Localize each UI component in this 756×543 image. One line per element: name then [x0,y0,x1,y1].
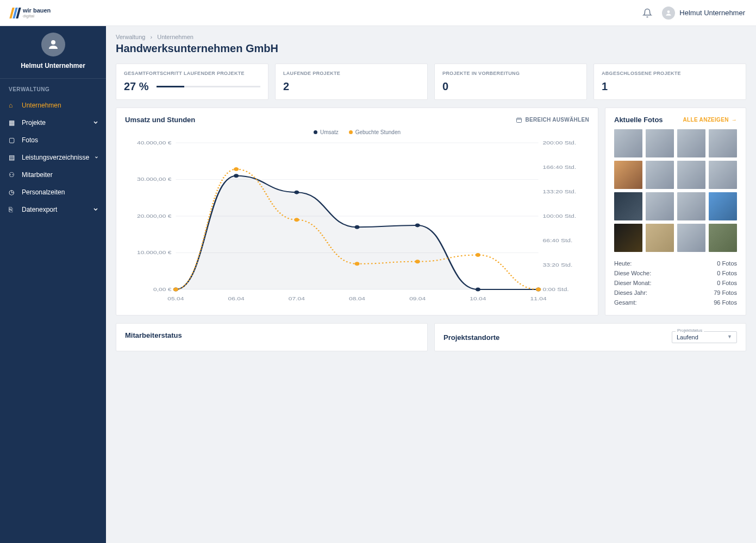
logo-stripes-icon [9,8,21,18]
show-all-photos-button[interactable]: ALLE ANZEIGEN → [683,117,737,123]
stat-row: Dieses Jahr:79 Fotos [614,288,737,298]
photos-grid [614,129,737,252]
svg-point-0 [667,10,670,13]
sidebar-item-projekte[interactable]: ▦Projekte [0,114,106,131]
standorte-panel: Projektstandorte Projektstatus Laufend ▼ [434,323,746,351]
photo-thumb[interactable] [677,224,705,252]
chevron-right-icon: › [151,34,153,40]
photo-thumb[interactable] [614,161,642,189]
stat-row: Diese Woche:0 Fotos [614,268,737,278]
svg-text:200:00 Std.: 200:00 Std. [543,140,576,146]
svg-text:06.04: 06.04 [228,296,245,301]
nav-list: ⌂Unternehmen▦Projekte▢Fotos▤Leistungsver… [0,97,106,218]
standorte-title: Projektstandorte [443,333,499,342]
kpi-value: 1 [602,80,738,93]
progress-bar [157,86,260,87]
svg-text:07.04: 07.04 [289,296,305,301]
mitarbeiter-panel: Mitarbeiterstatus [116,323,428,351]
sidebar-item-personalzeiten[interactable]: ◷Personalzeiten [0,184,106,201]
photos-panel: Aktuelle Fotos ALLE ANZEIGEN → Heute:0 F… [605,108,746,315]
photo-thumb[interactable] [614,192,642,220]
sidebar-section-label: VERWALTUNG [0,79,106,97]
svg-point-38 [415,260,420,263]
logo[interactable]: wir bauen digital [11,8,51,18]
svg-text:30.000,00 €: 30.000,00 € [137,176,172,182]
user-menu[interactable]: Helmut Unternehmer [662,7,745,20]
date-range-button[interactable]: BEREICH AUSWÄHLEN [516,117,589,123]
svg-text:09.04: 09.04 [409,296,426,301]
chevron-down-icon [95,155,98,160]
kpi-value: 2 [283,80,420,93]
avatar-icon [41,33,65,56]
stat-row: Heute:0 Fotos [614,258,737,268]
svg-point-35 [234,167,239,171]
photos-title: Aktuelle Fotos [614,116,663,124]
nav-icon: ⚇ [9,171,16,179]
chart-legend: Umsatz Gebuchte Stunden [125,129,589,135]
photo-thumb[interactable] [614,224,642,252]
sidebar-item-fotos[interactable]: ▢Fotos [0,131,106,149]
calendar-icon [516,117,522,123]
sidebar-item-leistungsverzeichnisse[interactable]: ▤Leistungsverzeichnisse [0,149,106,166]
svg-text:05.04: 05.04 [167,296,184,301]
kpi-card: LAUFENDE PROJEKTE2 [275,64,428,100]
brand-name: wir bauen [23,8,51,14]
mitarbeiter-title: Mitarbeiterstatus [125,331,418,339]
svg-text:166:40 Std.: 166:40 Std. [543,165,576,170]
projektstatus-select[interactable]: Projektstatus Laufend ▼ [672,331,737,343]
page-title: Handwerksunternehmen GmbH [116,42,746,55]
svg-point-34 [173,288,178,292]
bell-icon[interactable] [642,8,652,18]
kpi-label: LAUFENDE PROJEKTE [283,71,420,76]
main-content: Verwaltung › Unternehmen Handwerksuntern… [106,0,756,543]
sidebar-item-mitarbeiter[interactable]: ⚇Mitarbeiter [0,166,106,184]
breadcrumb-b[interactable]: Unternehmen [157,34,193,40]
svg-text:33:20 Std.: 33:20 Std. [543,262,573,268]
stat-row: Dieser Monat:0 Fotos [614,278,737,288]
svg-rect-2 [517,118,522,122]
chevron-down-icon [93,120,98,125]
nav-icon: ⎘ [9,206,16,213]
svg-point-1 [51,40,55,45]
stat-row: Gesamt:96 Fotos [614,298,737,307]
photo-thumb[interactable] [646,129,674,157]
photo-stats: Heute:0 FotosDiese Woche:0 FotosDieser M… [614,258,737,307]
svg-point-39 [476,253,480,257]
nav-icon: ▢ [9,136,16,144]
photo-thumb[interactable] [614,129,642,157]
svg-text:0:00 Std.: 0:00 Std. [543,287,569,292]
photo-thumb[interactable] [646,224,674,252]
breadcrumb-a[interactable]: Verwaltung [116,34,145,40]
kpi-card: ABGESCHLOSSENE PROJEKTE1 [593,64,746,100]
sidebar: Helmut Unternehmer VERWALTUNG ⌂Unternehm… [0,0,106,543]
photo-thumb[interactable] [677,192,705,220]
photo-thumb[interactable] [677,129,705,157]
photo-thumb[interactable] [709,224,737,252]
kpi-label: PROJEKTE IN VORBEREITUNG [442,71,579,76]
svg-point-32 [476,288,480,292]
sidebar-item-unternehmen[interactable]: ⌂Unternehmen [0,97,106,114]
arrow-right-icon: → [732,117,737,123]
svg-text:10.000,00 €: 10.000,00 € [137,250,172,255]
photo-thumb[interactable] [709,129,737,157]
chart: 0,00 €10.000,00 €20.000,00 €30.000,00 €4… [125,137,589,306]
nav-icon: ▤ [9,154,16,161]
photo-thumb[interactable] [677,161,705,189]
photo-thumb[interactable] [709,161,737,189]
photo-thumb[interactable] [646,161,674,189]
breadcrumb: Verwaltung › Unternehmen [116,34,746,40]
svg-text:66:40 Std.: 66:40 Std. [543,238,573,243]
chevron-down-icon: ▼ [727,334,732,339]
brand-sub: digital [23,14,51,18]
chart-title: Umsatz und Stunden [125,116,195,124]
svg-point-36 [294,218,299,222]
svg-text:08.04: 08.04 [349,296,365,301]
photo-thumb[interactable] [646,192,674,220]
kpi-label: GESAMTFORTSCHRITT LAUFENDER PROJEKTE [124,71,260,76]
photo-thumb[interactable] [709,192,737,220]
kpi-label: ABGESCHLOSSENE PROJEKTE [602,71,738,76]
chart-panel: Umsatz und Stunden BEREICH AUSWÄHLEN Ums… [116,108,598,315]
svg-point-37 [354,262,359,266]
sidebar-item-datenexport[interactable]: ⎘Datenexport [0,201,106,218]
topbar: wir bauen digital Helmut Unternehmer [0,0,756,26]
